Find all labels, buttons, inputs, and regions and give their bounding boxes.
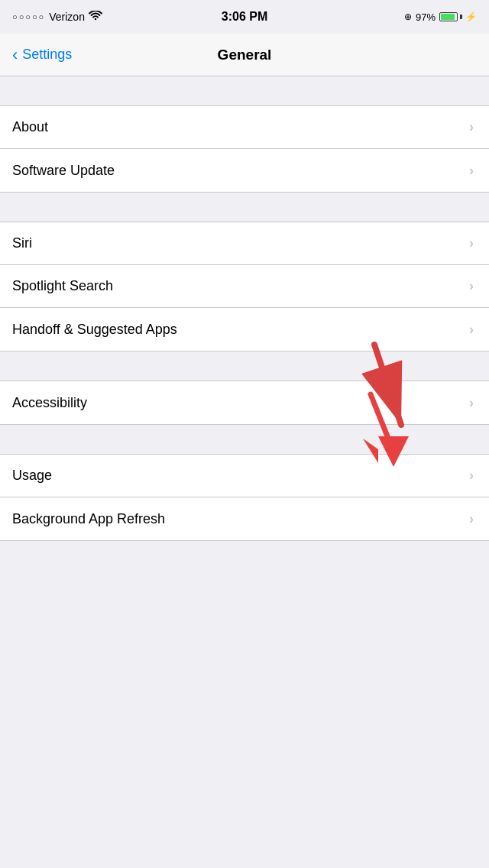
- chevron-icon-siri: ›: [469, 235, 474, 251]
- wifi-icon: [89, 11, 102, 24]
- section-gap-1: [0, 76, 489, 105]
- settings-label-background-refresh: Background App Refresh: [12, 511, 165, 527]
- settings-group-2: Siri › Spotlight Search › Handoff & Sugg…: [0, 222, 489, 351]
- section-gap-2: [0, 193, 489, 222]
- settings-label-spotlight-search: Spotlight Search: [12, 278, 113, 294]
- chevron-icon-usage: ›: [469, 468, 474, 484]
- status-time: 3:06 PM: [222, 10, 267, 24]
- status-left: ○○○○○ Verizon: [12, 11, 102, 24]
- chevron-icon-software-update: ›: [469, 163, 474, 179]
- carrier-label: Verizon: [49, 11, 85, 23]
- back-label: Settings: [22, 47, 72, 63]
- page-title: General: [218, 47, 272, 63]
- settings-item-usage[interactable]: Usage ›: [0, 455, 489, 497]
- chevron-icon-handoff: ›: [469, 322, 474, 338]
- back-chevron-icon: ‹: [12, 47, 18, 63]
- chevron-icon-accessibility: ›: [469, 395, 474, 411]
- settings-item-software-update[interactable]: Software Update ›: [0, 149, 489, 192]
- chevron-icon-about: ›: [469, 119, 474, 135]
- settings-group-1: About › Software Update ›: [0, 105, 489, 193]
- settings-label-software-update: Software Update: [12, 163, 115, 179]
- settings-label-usage: Usage: [12, 468, 52, 484]
- section-gap-4: [0, 425, 489, 454]
- settings-item-spotlight-search[interactable]: Spotlight Search ›: [0, 265, 489, 308]
- chevron-icon-spotlight-search: ›: [469, 278, 474, 294]
- settings-label-about: About: [12, 119, 48, 135]
- settings-label-accessibility: Accessibility: [12, 395, 87, 411]
- battery-percent: 97%: [416, 11, 436, 23]
- settings-item-about[interactable]: About ›: [0, 106, 489, 149]
- settings-item-siri[interactable]: Siri ›: [0, 222, 489, 265]
- settings-item-handoff[interactable]: Handoff & Suggested Apps ›: [0, 308, 489, 351]
- settings-item-accessibility[interactable]: Accessibility ›: [0, 381, 489, 424]
- settings-group-3: Accessibility ›: [0, 381, 489, 425]
- battery-icon: ⚡: [439, 11, 477, 22]
- settings-label-siri: Siri: [12, 235, 32, 251]
- section-gap-3: [0, 351, 489, 381]
- chevron-icon-background-refresh: ›: [469, 511, 474, 527]
- settings-group-4: Usage › Background App Refresh ›: [0, 454, 489, 541]
- status-right: ⊕ 97% ⚡: [404, 11, 477, 23]
- nav-bar: ‹ Settings General: [0, 34, 489, 76]
- signal-dots: ○○○○○: [12, 12, 45, 21]
- status-bar: ○○○○○ Verizon 3:06 PM ⊕ 97% ⚡: [0, 0, 489, 34]
- back-button[interactable]: ‹ Settings: [12, 47, 72, 63]
- lock-icon: ⊕: [404, 11, 412, 22]
- settings-item-background-refresh[interactable]: Background App Refresh ›: [0, 497, 489, 540]
- settings-label-handoff: Handoff & Suggested Apps: [12, 322, 177, 338]
